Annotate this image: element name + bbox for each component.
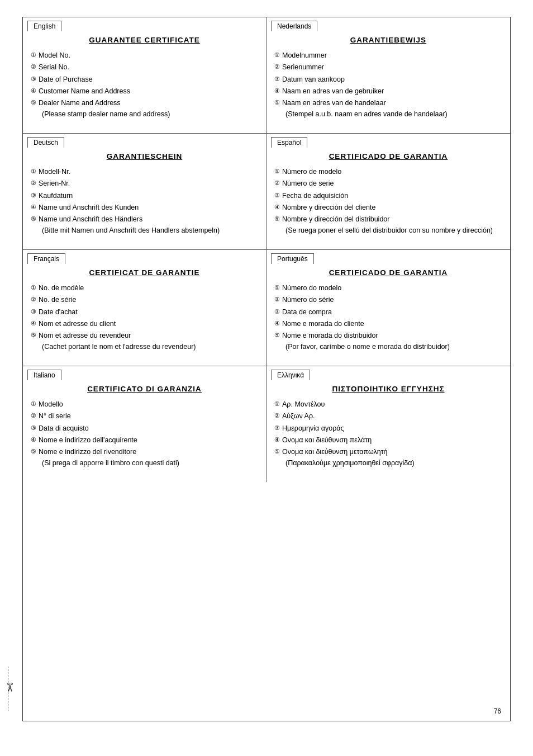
row-deutsch-espanol: Deutsch GARANTIESCHEIN ①Modell-Nr. ②Seri… (23, 134, 510, 250)
cell-portugues: Português CERTIFICADO DE GARANTIA ①Númer… (266, 250, 510, 366)
list-item: ⑤Naam en adres van de handelaar (274, 97, 502, 109)
list-item: ②Número do série (274, 294, 502, 306)
list-item: ②Número de serie (274, 178, 502, 190)
list-item: ④Nom et adresse du client (31, 318, 258, 330)
list-item: ①Modello (31, 399, 258, 410)
tab-espanol: Español (271, 137, 307, 148)
list-item-note: (Bitte mit Namen und Anschrift des Handl… (31, 225, 258, 236)
tab-nederlands: Nederlands (271, 21, 317, 31)
tab-francais: Français (27, 253, 65, 264)
list-item: ①Modelnummer (274, 50, 502, 62)
title-espanol: CERTIFICADO DE GARANTIA (274, 152, 502, 160)
list-item: ③Ημερομηνία αγοράς (274, 423, 502, 434)
list-item: ④Name und Anschrift des Kunden (31, 202, 258, 214)
title-ellinika: ΠΙΣΤΟΠΟΙΗΤΙΚΟ ΕΓΓΥΗΣΗΣ (274, 385, 502, 393)
cell-italiano: Italiano CERTIFICATO DI GARANZIA ①Modell… (23, 366, 266, 482)
list-item: ④Naam en adres van de gebruiker (274, 86, 502, 97)
list-item-note: (Παρακαλούμε χρησιμοποιηθεί σφραγίδα) (274, 458, 502, 469)
list-espanol: ①Número de modelo ②Número de serie ③Fech… (274, 166, 502, 236)
list-item: ②Serienummer (274, 62, 502, 73)
list-item: ③Date of Purchase (31, 74, 258, 86)
section-content-deutsch: GARANTIESCHEIN ①Modell-Nr. ②Serien-Nr. ③… (23, 148, 266, 244)
list-item: ②Serial No. (31, 62, 258, 73)
tab-portugues: Português (271, 253, 314, 264)
list-item: ③Data di acquisto (31, 423, 258, 434)
row-italiano-ellinika: Italiano CERTIFICATO DI GARANZIA ①Modell… (23, 366, 510, 482)
list-portugues: ①Número do modelo ②Número do série ③Data… (274, 282, 502, 352)
list-item: ③Date d'achat (31, 306, 258, 318)
list-item: ②Serien-Nr. (31, 178, 258, 190)
list-item-note: (Se ruega poner el sellú del distribuido… (274, 225, 502, 236)
list-item: ①Modell-Nr. (31, 166, 258, 178)
section-content-nederlands: GARANTIEBEWIJS ①Modelnummer ②Serienummer… (266, 31, 510, 127)
title-deutsch: GARANTIESCHEIN (31, 152, 258, 160)
list-item: ③Kaufdaturn (31, 190, 258, 202)
section-content-ellinika: ΠΙΣΤΟΠΟΙΗΤΙΚΟ ΕΓΓΥΗΣΗΣ ①Αρ. Μοντέλου ②Αύ… (266, 380, 510, 476)
section-content-portugues: CERTIFICADO DE GARANTIA ①Número do model… (266, 264, 510, 360)
tab-deutsch: Deutsch (27, 137, 64, 148)
list-item: ⑤Name und Anschrift des Händlers (31, 214, 258, 225)
title-francais: CERTIFICAT DE GARANTIE (31, 268, 258, 277)
list-item: ⑤Nom et adresse du revendeur (31, 330, 258, 342)
cut-line (8, 667, 8, 711)
list-item: ④Nome e indirizzo dell'acquirente (31, 434, 258, 446)
list-item: ②N° di serie (31, 410, 258, 422)
list-italiano: ①Modello ②N° di serie ③Data di acquisto … (31, 399, 258, 469)
scissors-icon: ✂ (2, 682, 17, 692)
list-english: ①Model No. ②Serial No. ③Date of Purchase… (31, 50, 258, 120)
list-item: ⑤Dealer Name and Address (31, 97, 258, 109)
section-content-italiano: CERTIFICATO DI GARANZIA ①Modello ②N° di … (23, 380, 266, 476)
cell-english: English GUARANTEE CERTIFICATE ①Model No.… (23, 17, 266, 133)
list-item-note: (Por favor, carímbe o nome e morada do d… (274, 342, 502, 352)
page-number: 76 (494, 707, 501, 715)
list-nederlands: ①Modelnummer ②Serienummer ③Datum van aan… (274, 50, 502, 120)
list-item-note: (Please stamp dealer name and address) (31, 109, 258, 120)
row-francais-portugues: Français CERTIFICAT DE GARANTIE ①No. de … (23, 250, 510, 366)
list-item: ①Número do modelo (274, 282, 502, 294)
cell-espanol: Español CERTIFICADO DE GARANTIA ①Número … (266, 134, 510, 249)
cell-ellinika: Ελληνικά ΠΙΣΤΟΠΟΙΗΤΙΚΟ ΕΓΓΥΗΣΗΣ ①Αρ. Μον… (266, 366, 510, 482)
title-nederlands: GARANTIEBEWIJS (274, 36, 502, 44)
list-item: ②No. de série (31, 294, 258, 306)
list-item: ④Nombre y dirección del cliente (274, 202, 502, 214)
list-item: ④Ονομα και διεύθυνση πελάτη (274, 434, 502, 446)
title-english: GUARANTEE CERTIFICATE (31, 36, 258, 44)
list-item: ③Data de compra (274, 306, 502, 318)
list-item: ④Nome e morada do cliente (274, 318, 502, 330)
list-item: ⑤Ονομα και διεύθυνση μεταπωλητή (274, 446, 502, 458)
section-content-english: GUARANTEE CERTIFICATE ①Model No. ②Serial… (23, 31, 266, 127)
list-item: ①Model No. (31, 50, 258, 62)
section-content-espanol: CERTIFICADO DE GARANTIA ①Número de model… (266, 148, 510, 244)
row-english-nederlands: English GUARANTEE CERTIFICATE ①Model No.… (23, 17, 510, 134)
list-item-note: (Si prega di apporre il timbro con quest… (31, 458, 258, 469)
list-item: ⑤Nome e morada do distribuidor (274, 330, 502, 342)
list-item: ③Datum van aankoop (274, 74, 502, 86)
list-item: ③Fecha de adquisición (274, 190, 502, 202)
page-container: English GUARANTEE CERTIFICATE ①Model No.… (22, 17, 511, 721)
list-item: ①No. de modèle (31, 282, 258, 294)
tab-ellinika: Ελληνικά (271, 370, 310, 380)
list-item: ⑤Nombre y dirección del distribuidor (274, 214, 502, 225)
list-item: ⑤Nome e indirizzo del rivenditore (31, 446, 258, 458)
list-deutsch: ①Modell-Nr. ②Serien-Nr. ③Kaufdaturn ④Nam… (31, 166, 258, 236)
cell-deutsch: Deutsch GARANTIESCHEIN ①Modell-Nr. ②Seri… (23, 134, 266, 249)
cell-francais: Français CERTIFICAT DE GARANTIE ①No. de … (23, 250, 266, 366)
title-italiano: CERTIFICATO DI GARANZIA (31, 385, 258, 393)
tab-italiano: Italiano (27, 370, 61, 380)
list-ellinika: ①Αρ. Μοντέλου ②Αύξων Αρ. ③Ημερομηνία αγο… (274, 399, 502, 469)
list-item: ④Customer Name and Address (31, 86, 258, 97)
title-portugues: CERTIFICADO DE GARANTIA (274, 268, 502, 277)
list-item-note: (Cachet portant le nom et l'adresse du r… (31, 342, 258, 352)
list-item: ②Αύξων Αρ. (274, 410, 502, 422)
list-item-note: (Stempel a.u.b. naam en adres vande de h… (274, 109, 502, 120)
list-item: ①Αρ. Μοντέλου (274, 399, 502, 410)
tab-english: English (27, 21, 61, 31)
list-item: ①Número de modelo (274, 166, 502, 178)
cell-nederlands: Nederlands GARANTIEBEWIJS ①Modelnummer ②… (266, 17, 510, 133)
section-content-francais: CERTIFICAT DE GARANTIE ①No. de modèle ②N… (23, 264, 266, 360)
list-francais: ①No. de modèle ②No. de série ③Date d'ach… (31, 282, 258, 352)
